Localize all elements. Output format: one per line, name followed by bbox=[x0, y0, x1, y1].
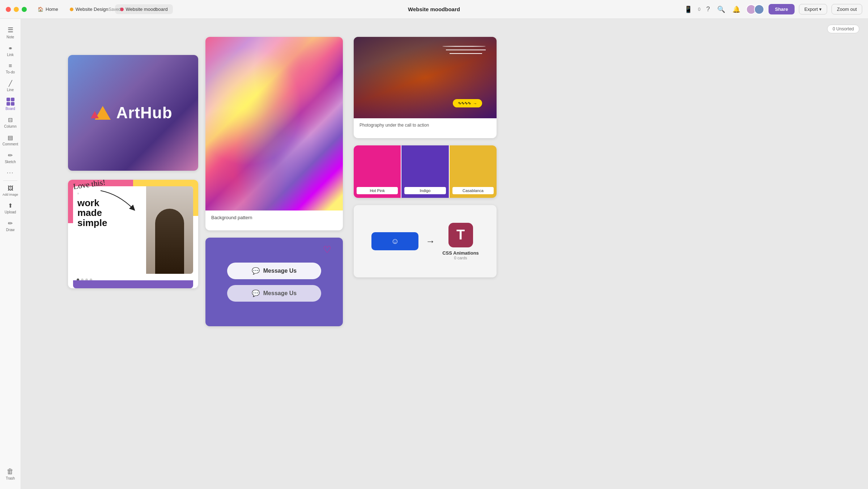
sidebar-item-note[interactable]: ☰ Note bbox=[0, 23, 21, 42]
messenger-button-1-label: Message Us bbox=[263, 268, 297, 274]
pattern-label: Background pattern bbox=[205, 211, 343, 225]
search-icon[interactable]: 🔍 bbox=[716, 4, 727, 15]
line-icon: ╱ bbox=[9, 80, 12, 87]
portfolio-line3: simple bbox=[77, 217, 107, 228]
arthub-triangle-container bbox=[94, 104, 112, 122]
trash-label: Trash bbox=[6, 476, 15, 480]
css-animations-subtitle: 0 cards bbox=[442, 256, 479, 260]
css-blue-button: ☺ bbox=[371, 232, 418, 250]
pattern-image bbox=[205, 37, 343, 211]
arthub-logo: ArtHub bbox=[94, 104, 172, 122]
sidebar-note-label: Note bbox=[7, 35, 14, 39]
titlebar: 🏠 Home Website Design Website moodboard … bbox=[0, 0, 868, 19]
tab-moodboard-label: Website moodboard bbox=[126, 7, 168, 12]
main-canvas: 0 Unsorted ArtHub Background pattern bbox=[21, 19, 868, 489]
color-name-indigo: Indigo bbox=[404, 187, 446, 194]
sidebar-comment-label: Comment bbox=[3, 142, 18, 146]
arrow-icon: → bbox=[426, 236, 435, 247]
messenger-button-2[interactable]: 💬 Message Us bbox=[227, 285, 321, 302]
scribble-1 bbox=[442, 46, 486, 47]
sidebar-item-sketch[interactable]: ✏ Sketch bbox=[0, 149, 21, 167]
sidebar-item-board[interactable]: Board bbox=[0, 95, 21, 114]
tab-bar: 🏠 Home Website Design Website moodboard bbox=[33, 4, 173, 14]
messenger-button-1[interactable]: 💬 Message Us bbox=[227, 263, 321, 279]
more-icon: ··· bbox=[7, 170, 14, 176]
tab-website-design[interactable]: Website Design bbox=[65, 4, 114, 14]
unsorted-badge[interactable]: 0 Unsorted bbox=[827, 25, 859, 33]
share-button[interactable]: Share bbox=[769, 4, 795, 14]
messenger-icon-2: 💬 bbox=[252, 289, 260, 297]
export-button[interactable]: Export ▾ bbox=[799, 4, 827, 14]
help-icon[interactable]: ? bbox=[705, 4, 711, 14]
sidebar-item-comment[interactable]: ▤ Comment bbox=[0, 131, 21, 149]
zoom-button[interactable]: Zoom out bbox=[831, 4, 862, 14]
sidebar-draw-label: Draw bbox=[6, 228, 14, 232]
photo-cta-text: ∿∿∿∿ bbox=[458, 101, 471, 106]
photo-cta-button[interactable]: ∿∿∿∿ → bbox=[453, 99, 482, 107]
sidebar-item-todo[interactable]: ≡ To-do bbox=[0, 60, 21, 77]
css-T-container: T CSS Animations 0 cards bbox=[442, 223, 479, 260]
sidebar-sketch-label: Sketch bbox=[5, 160, 16, 164]
arthub-card[interactable]: ArtHub bbox=[68, 55, 198, 171]
comment-icon: ▤ bbox=[8, 134, 13, 141]
photo-card[interactable]: ∿∿∿∿ → Photography under the call to act… bbox=[354, 37, 497, 138]
person-silhouette bbox=[155, 209, 184, 274]
css-animations-title: CSS Animations bbox=[442, 250, 479, 256]
avatar-2 bbox=[754, 4, 764, 14]
sidebar-item-more[interactable]: ··· bbox=[0, 167, 21, 179]
note-icon: ☰ bbox=[8, 26, 13, 34]
inner-triangle bbox=[91, 111, 99, 118]
messenger-button-2-label: Message Us bbox=[263, 290, 297, 297]
css-animations-card[interactable]: ☺ → T CSS Animations 0 cards bbox=[354, 205, 497, 277]
portfolio-card[interactable]: ≡ work made simple bbox=[68, 180, 198, 288]
device-icon[interactable]: 📱 bbox=[683, 4, 694, 15]
scribble-2 bbox=[446, 50, 486, 50]
tab-dot-design bbox=[70, 8, 73, 11]
sidebar-column-label: Column bbox=[4, 124, 16, 128]
tab-design-label: Website Design bbox=[76, 7, 109, 12]
color-swatch-indigo: Indigo bbox=[401, 145, 448, 198]
css-card-labels: CSS Animations 0 cards bbox=[442, 250, 479, 260]
tab-website-moodboard[interactable]: Website moodboard bbox=[115, 4, 173, 14]
tab-home[interactable]: 🏠 Home bbox=[33, 4, 63, 14]
sidebar-item-line[interactable]: ╱ Line bbox=[0, 77, 21, 95]
portfolio-photo bbox=[146, 186, 193, 274]
minimize-button[interactable] bbox=[14, 7, 19, 12]
maximize-button[interactable] bbox=[22, 7, 27, 12]
messenger-card[interactable]: ♡ 💬 Message Us 💬 Message Us bbox=[205, 238, 343, 326]
pattern-card[interactable]: Background pattern bbox=[205, 37, 343, 230]
notification-count: 0 bbox=[698, 7, 701, 12]
cards-area: ArtHub Background pattern ≡ work m bbox=[68, 37, 520, 362]
tab-home-label: Home bbox=[46, 7, 58, 12]
trash-section[interactable]: 🗑 Trash bbox=[6, 467, 15, 485]
sketch-icon: ✏ bbox=[8, 152, 13, 159]
draw-icon: ✏ bbox=[8, 220, 13, 227]
window-controls bbox=[6, 7, 27, 12]
sidebar-item-upload[interactable]: ⬆ Upload bbox=[0, 199, 21, 217]
portfolio-text: ≡ work made simple bbox=[73, 186, 146, 274]
column-icon: ⊟ bbox=[8, 116, 13, 123]
photo-scribbles bbox=[442, 46, 486, 54]
bell-icon[interactable]: 🔔 bbox=[731, 4, 742, 15]
messenger-icon-1: 💬 bbox=[252, 267, 260, 275]
link-icon: ⚭ bbox=[8, 45, 13, 52]
portfolio-line1: work bbox=[77, 197, 99, 208]
sidebar-item-link[interactable]: ⚭ Link bbox=[0, 42, 21, 60]
add-image-icon: 🖼 bbox=[8, 185, 13, 192]
css-T-icon: T bbox=[448, 223, 473, 247]
sidebar-item-column[interactable]: ⊟ Column bbox=[0, 114, 21, 131]
sidebar-item-add-image[interactable]: 🖼 Add image bbox=[0, 182, 21, 199]
sidebar-board-label: Board bbox=[5, 107, 15, 111]
sidebar-link-label: Link bbox=[7, 53, 13, 57]
home-icon: 🏠 bbox=[38, 7, 43, 12]
portfolio-title: work made simple bbox=[77, 198, 142, 228]
portfolio-line2: made bbox=[77, 207, 102, 218]
color-name-pink: Hot Pink bbox=[357, 187, 398, 194]
upload-icon: ⬆ bbox=[8, 202, 13, 209]
sidebar-divider bbox=[3, 180, 18, 181]
color-swatch-yellow: Casablanca bbox=[450, 145, 497, 198]
sidebar-item-draw[interactable]: ✏ Draw bbox=[0, 217, 21, 235]
close-button[interactable] bbox=[6, 7, 11, 12]
portfolio-inner-card: ≡ work made simple bbox=[73, 186, 193, 274]
scribble-3 bbox=[450, 53, 482, 54]
